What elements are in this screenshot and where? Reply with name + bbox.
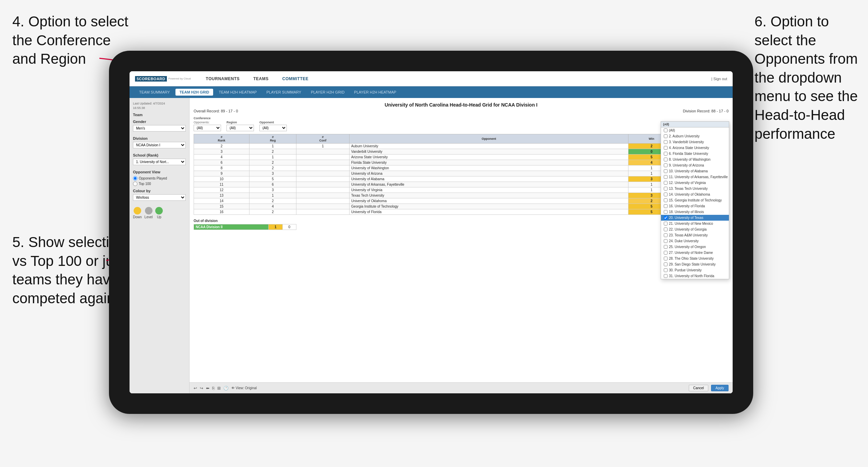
nav-committee[interactable]: COMMITTEE <box>280 75 311 83</box>
dropdown-item[interactable]: 10. University of Alabama <box>661 168 729 174</box>
colour-by-select[interactable]: Win/loss <box>133 194 186 201</box>
division-select[interactable]: NCAA Division I <box>133 142 186 148</box>
table-row: 15 4 Georgia Institute of Technology 5 1 <box>194 204 729 209</box>
dropdown-item[interactable]: 4. Arizona State University <box>661 145 729 151</box>
cell-opponent: University of Arkansas, Fayetteville <box>349 182 628 187</box>
cancel-button[interactable]: Cancel <box>689 385 708 391</box>
copy-icon[interactable]: ⎘ <box>212 386 215 391</box>
cell-conf <box>296 165 350 171</box>
dropdown-item[interactable]: 18. University of Illinois <box>661 209 729 215</box>
conference-sub: Opponents: <box>194 121 221 124</box>
table-row: 14 2 University of Oklahoma 2 2 <box>194 198 729 204</box>
dropdown-item[interactable]: 31. University of North Florida <box>661 273 729 279</box>
left-panel: Last Updated: 4/7/202416:55:38 Team Gend… <box>130 98 190 393</box>
dropdown-item[interactable]: 15. Georgia Institute of Technology <box>661 197 729 203</box>
cell-reg: 5 <box>249 176 296 182</box>
dropdown-item[interactable]: 11. University of Arkansas, Fayetteville <box>661 174 729 180</box>
dropdown-item[interactable]: 27. University of Notre Dame <box>661 250 729 256</box>
cell-conf <box>296 204 350 209</box>
cell-reg: 3 <box>249 187 296 193</box>
dropdown-item[interactable]: 24. Duke University <box>661 238 729 244</box>
dropdown-item[interactable]: 12. University of Virginia <box>661 180 729 186</box>
nav-signout[interactable]: | Sign out <box>711 77 727 81</box>
legend-up-label: Up <box>157 215 161 219</box>
grid-icon[interactable]: ⊞ <box>217 386 221 391</box>
subnav-player-h2h-grid[interactable]: PLAYER H2H GRID <box>307 89 349 96</box>
dropdown-item[interactable]: 8. University of Washington <box>661 157 729 162</box>
cell-rank: 12 <box>194 187 249 193</box>
opponent-select[interactable]: (All) <box>259 125 287 131</box>
dropdown-item[interactable]: 9. University of Arizona <box>661 162 729 168</box>
col-opponent: Opponent <box>349 134 628 144</box>
cell-conf <box>296 171 350 176</box>
sub-nav: TEAM SUMMARY TEAM H2H GRID TEAM H2H HEAT… <box>130 86 733 98</box>
subnav-team-summary[interactable]: TEAM SUMMARY <box>135 89 174 96</box>
dropdown-item[interactable]: 22. University of Georgia <box>661 226 729 232</box>
cell-reg: 2 <box>249 209 296 215</box>
clock-icon[interactable]: 🕐 <box>223 386 229 391</box>
subnav-player-summary[interactable]: PLAYER SUMMARY <box>262 89 305 96</box>
dropdown-item[interactable]: 14. University of Oklahoma <box>661 192 729 197</box>
opponent-dropdown[interactable]: (All)(All)2. Auburn University3. Vanderb… <box>661 121 729 279</box>
table-row: 8 2 University of Washington 1 0 <box>194 165 729 171</box>
out-of-div-label: Out of division <box>194 219 729 223</box>
opponent-view-radio-group: Opponents Played Top 100 <box>133 176 186 186</box>
cell-conf <box>296 209 350 215</box>
division-record: Division Record: 88 - 17 - 0 <box>683 109 729 113</box>
dropdown-item[interactable]: 6. Florida State University <box>661 151 729 157</box>
dropdown-item[interactable]: 20. University of Texas <box>661 215 729 221</box>
cell-rank: 13 <box>194 193 249 198</box>
back-icon[interactable]: ⬅ <box>206 386 209 391</box>
radio-top-100[interactable]: Top 100 <box>133 182 186 186</box>
record-row: Overall Record: 89 - 17 - 0 Division Rec… <box>194 109 729 113</box>
table-body: 2 1 1 Auburn University 2 1 3 2 Vanderbi… <box>194 144 729 215</box>
legend-level-dot <box>145 207 152 214</box>
dropdown-item[interactable]: 3. Vanderbilt University <box>661 139 729 145</box>
subnav-team-h2h-heatmap[interactable]: TEAM H2H HEATMAP <box>215 89 261 96</box>
cell-conf <box>296 176 350 182</box>
dropdown-item[interactable]: 21. University of New Mexico <box>661 221 729 226</box>
annotation-top-left: 4. Option to select the Conference and R… <box>12 12 129 69</box>
cell-reg: 1 <box>249 193 296 198</box>
conference-select[interactable]: (All) <box>194 125 221 131</box>
tablet-frame: 5COREBOARD Powered by Cloud TOURNAMENTS … <box>109 51 753 414</box>
school-select[interactable]: 1. University of Nort... <box>133 159 186 165</box>
cell-opponent: University of Virginia <box>349 187 628 193</box>
dropdown-item[interactable]: 29. San Diego State University <box>661 261 729 267</box>
apply-button[interactable]: Apply <box>711 385 729 391</box>
dropdown-item[interactable]: 30. Purdue University <box>661 267 729 273</box>
nav-teams[interactable]: TEAMS <box>250 75 271 83</box>
cell-reg: 6 <box>249 182 296 187</box>
logo-sub: Powered by Cloud <box>168 77 191 80</box>
dropdown-item[interactable]: 16. University of Florida <box>661 203 729 209</box>
cell-rank: 11 <box>194 182 249 187</box>
cell-rank: 10 <box>194 176 249 182</box>
nav-tournaments[interactable]: TOURNAMENTS <box>203 75 243 83</box>
subnav-player-h2h-heatmap[interactable]: PLAYER H2H HEATMAP <box>350 89 400 96</box>
cell-opponent: Texas Tech University <box>349 193 628 198</box>
table-row: 13 1 Texas Tech University 3 0 <box>194 193 729 198</box>
dropdown-item[interactable]: 13. Texas Tech University <box>661 186 729 192</box>
cell-rank: 4 <box>194 155 249 160</box>
cell-conf <box>296 187 350 193</box>
gender-select[interactable]: Men's <box>133 125 186 132</box>
dropdown-item[interactable]: 28. The Ohio State University <box>661 256 729 261</box>
dropdown-item[interactable]: 2. Auburn University <box>661 133 729 139</box>
region-select[interactable]: (All) <box>227 125 254 131</box>
cell-rank: 16 <box>194 209 249 215</box>
cell-opponent: University of Oklahoma <box>349 198 628 204</box>
dropdown-item[interactable]: (All) <box>661 127 729 133</box>
school-label: School (Rank) <box>133 153 186 157</box>
radio-opponents-played[interactable]: Opponents Played <box>133 176 186 181</box>
dropdown-item[interactable]: 23. Texas A&M University <box>661 232 729 238</box>
table-row: 10 5 University of Alabama 3 0 <box>194 176 729 182</box>
legend-down-label: Down <box>133 215 142 219</box>
dropdown-item[interactable]: 25. University of Oregon <box>661 244 729 250</box>
redo-icon[interactable]: ↪ <box>200 386 203 391</box>
cell-opponent: Georgia Institute of Technology <box>349 204 628 209</box>
subnav-team-h2h-grid[interactable]: TEAM H2H GRID <box>175 89 213 96</box>
undo-icon[interactable]: ↩ <box>194 386 197 391</box>
team-label: Team <box>133 113 186 117</box>
table-row: 3 2 Vanderbilt University 0 4 <box>194 149 729 155</box>
cell-opponent: University of Alabama <box>349 176 628 182</box>
